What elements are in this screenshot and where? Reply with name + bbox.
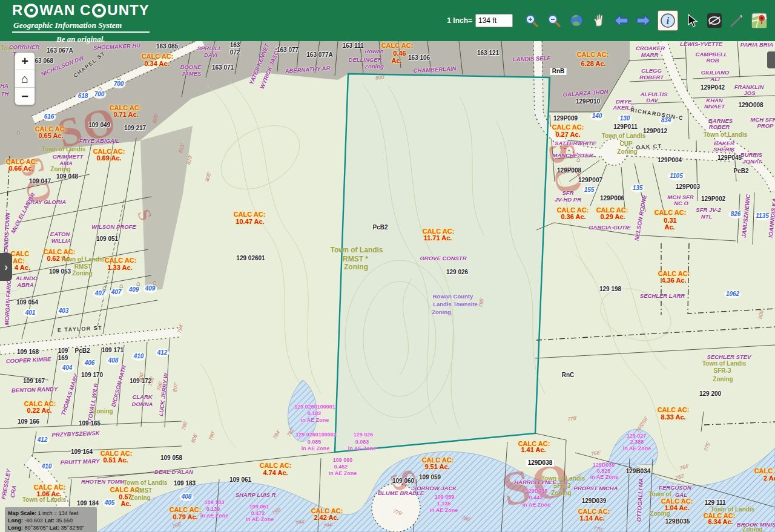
map-graphics [0, 0, 775, 532]
compass-o-icon [92, 4, 106, 18]
gis-application: SOSOSSOSOS TownCORRIHERTONIHATH163 067A1… [0, 0, 775, 532]
pin-o-icon [24, 4, 38, 18]
logo-title: RWAN CUNTY [12, 3, 150, 18]
scale-input[interactable] [475, 14, 513, 27]
google-map-tool[interactable] [751, 12, 768, 29]
select-pointer-tool[interactable] [684, 12, 701, 29]
rowan-county-logo: RWAN CUNTY Geographic Information System… [12, 3, 150, 44]
zoom-in-button[interactable]: + [15, 53, 35, 70]
identify-info-tool[interactable]: i [658, 10, 678, 31]
expand-panel-tab[interactable]: › [0, 253, 12, 281]
zoom-in-tool[interactable] [523, 12, 540, 29]
decimal-coords-line: Long: -80.602 Lat: 35.550 [8, 517, 94, 524]
zoom-out-tool[interactable] [546, 12, 562, 29]
svg-text:i: i [667, 16, 670, 26]
zoom-out-button[interactable]: − [15, 88, 35, 105]
selected-parcel-outline [335, 74, 550, 452]
measure-tool[interactable] [728, 12, 745, 29]
right-panel-tab[interactable] [767, 51, 775, 68]
home-button[interactable]: ⌂ [15, 70, 35, 88]
full-extent-globe-tool[interactable] [568, 12, 585, 29]
scale-label: 1 Inch= [447, 16, 472, 25]
header-bar: RWAN CUNTY Geographic Information System… [0, 0, 775, 41]
map-scale-overlay: Map Scale: 1 inch = 134 feet Long: -80.6… [5, 507, 97, 532]
dms-coords-line: Long: 80°36'05" Lat: 35°32'59" [8, 524, 94, 531]
previous-extent-arrow[interactable] [613, 12, 630, 29]
logo-subtitle: Geographic Information System [12, 19, 150, 33]
map-scale-line: Map Scale: 1 inch = 134 feet [8, 510, 94, 517]
pan-hand-tool[interactable] [590, 12, 607, 29]
map-canvas[interactable]: SOSOSSOSOS TownCORRIHERTONIHATH163 067A1… [0, 0, 775, 532]
toolbar: 1 Inch= i [447, 8, 768, 33]
map-zoom-control: + ⌂ − [15, 52, 35, 105]
logo-tagline: Be an original. [12, 34, 150, 44]
next-extent-arrow[interactable] [635, 12, 652, 29]
clear-graphics-tool[interactable] [706, 12, 723, 29]
